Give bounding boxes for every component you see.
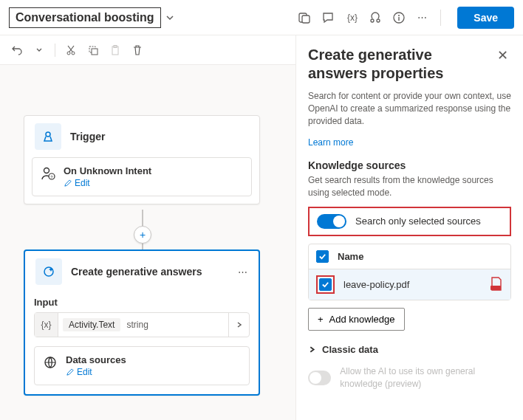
pdf-icon: [490, 277, 503, 292]
undo-chevron-icon[interactable]: [30, 41, 49, 60]
save-button[interactable]: Save: [457, 7, 514, 29]
knowledge-source-list: Name leave-policy.pdf: [308, 244, 511, 300]
person-unknown-icon: ?: [40, 165, 56, 182]
svg-point-14: [46, 132, 50, 137]
trigger-inner[interactable]: ? On Unknown Intent Edit: [32, 157, 252, 196]
undo-icon[interactable]: [7, 41, 27, 60]
svg-point-15: [44, 168, 49, 173]
variables-icon[interactable]: {x}: [344, 10, 359, 25]
fx-icon: {x}: [35, 313, 58, 337]
trigger-edit-link[interactable]: Edit: [64, 178, 151, 188]
search-selected-toggle[interactable]: [317, 214, 346, 229]
add-node-button[interactable]: +: [134, 226, 151, 244]
select-all-checkbox[interactable]: [316, 250, 329, 263]
source-list-header: Name: [309, 244, 510, 269]
search-selected-toggle-row: Search only selected sources: [308, 207, 511, 236]
close-icon[interactable]: ✕: [494, 46, 511, 65]
expand-input-icon[interactable]: [228, 313, 249, 337]
data-sources-label: Data sources: [66, 354, 126, 365]
analytics-icon[interactable]: [368, 10, 383, 25]
properties-panel: Create generative answers properties ✕ S…: [295, 35, 523, 420]
add-knowledge-button[interactable]: + Add knowledge: [308, 308, 405, 331]
divider: [440, 10, 441, 26]
svg-point-8: [67, 52, 70, 55]
input-section-label: Input: [34, 297, 250, 308]
topic-title[interactable]: Conversational boosting: [9, 7, 161, 28]
classic-data-label: Classic data: [322, 344, 378, 355]
info-icon[interactable]: [392, 10, 406, 25]
panel-title: Create generative answers properties: [308, 46, 494, 83]
classic-data-section[interactable]: Classic data: [308, 344, 511, 355]
trigger-title: Trigger: [70, 131, 105, 142]
column-name: Name: [338, 251, 363, 262]
trigger-event-label: On Unknown Intent: [64, 165, 151, 176]
input-value-pill: Activity.Text: [63, 318, 120, 331]
generative-answers-node[interactable]: Create generative answers ⋯ Input {x} Ac…: [24, 249, 260, 396]
source-row[interactable]: leave-policy.pdf: [309, 269, 510, 300]
globe-icon: [42, 354, 58, 371]
learn-more-link[interactable]: Learn more: [308, 137, 353, 148]
delete-icon[interactable]: [128, 41, 147, 60]
source-file-name: leave-policy.pdf: [343, 279, 409, 290]
plus-icon: +: [318, 314, 324, 325]
comment-icon[interactable]: [321, 10, 335, 25]
paste-icon: [106, 41, 125, 60]
svg-rect-7: [399, 17, 400, 21]
top-header: Conversational boosting {x} ⋯ Save: [0, 0, 523, 35]
svg-point-4: [377, 19, 380, 22]
copilot-icon[interactable]: [297, 10, 312, 25]
panel-description: Search for content or provide your own c…: [308, 90, 511, 127]
source-checkbox[interactable]: [319, 278, 332, 291]
svg-rect-20: [490, 286, 501, 290]
copy-icon[interactable]: [83, 41, 103, 60]
search-selected-label: Search only selected sources: [355, 216, 481, 227]
data-sources-box[interactable]: Data sources Edit: [34, 346, 250, 385]
node-more-icon[interactable]: ⋯: [238, 266, 248, 278]
allow-general-knowledge-toggle: [308, 371, 331, 385]
knowledge-sources-heading: Knowledge sources: [308, 159, 511, 171]
svg-rect-1: [302, 16, 310, 23]
trigger-node[interactable]: Trigger ? On Unknown Intent Edit: [24, 115, 260, 204]
svg-point-18: [44, 267, 53, 276]
data-sources-edit-link[interactable]: Edit: [66, 367, 126, 377]
more-icon[interactable]: ⋯: [415, 10, 430, 25]
input-expression[interactable]: {x} Activity.Text string: [34, 312, 250, 337]
allow-general-knowledge-label: Allow the AI to use its own general know…: [340, 365, 511, 390]
allow-general-knowledge-row: Allow the AI to use its own general know…: [308, 365, 511, 390]
trigger-icon: [35, 123, 61, 150]
sparkle-icon: [35, 258, 62, 285]
svg-point-6: [398, 15, 400, 16]
input-type: string: [126, 320, 148, 330]
knowledge-sources-desc: Get search results from the knowledge so…: [308, 174, 511, 199]
svg-point-9: [72, 52, 75, 55]
svg-text:{x}: {x}: [347, 13, 358, 23]
cut-icon[interactable]: [61, 41, 81, 60]
canvas: Trigger ? On Unknown Intent Edit +: [0, 35, 295, 420]
svg-point-3: [371, 19, 374, 22]
canvas-toolbar: [0, 35, 295, 65]
svg-rect-11: [92, 49, 98, 55]
chevron-down-icon[interactable]: [165, 13, 174, 22]
gen-title: Create generative answers: [71, 266, 202, 278]
